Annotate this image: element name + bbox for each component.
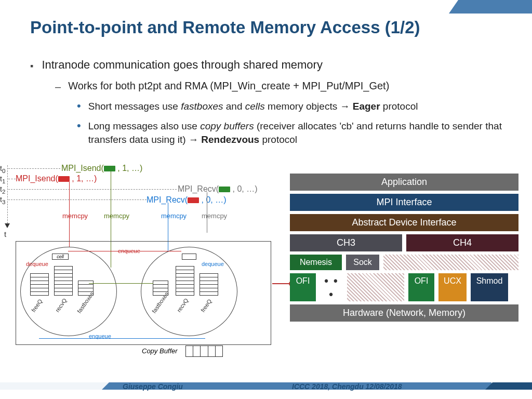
dot-marker: • bbox=[77, 100, 81, 113]
memcpy-gray: memcpy bbox=[202, 212, 227, 220]
box-ch4: CH4 bbox=[406, 234, 518, 251]
box-ofi-left: OFI bbox=[290, 273, 316, 301]
t0-line bbox=[8, 168, 60, 169]
isend-red: MPI_Isend( , 1, …) bbox=[16, 174, 97, 183]
rank1-recvQ-label: recvQ bbox=[176, 297, 190, 313]
bullet-3a-text: Short messages use fastboxes and cells m… bbox=[88, 100, 418, 113]
bullet-3b-text: Long messages also use copy buffers (rec… bbox=[88, 119, 508, 147]
box-ofi-right: OFI bbox=[408, 273, 434, 301]
page-number: 5 bbox=[518, 382, 523, 391]
bullet-list: ▪ Intranode communication goes through s… bbox=[30, 58, 508, 147]
layer-channels: CH3 CH4 bbox=[290, 234, 518, 251]
t2-label: t2 bbox=[0, 185, 5, 195]
footer-author: Giuseppe Congiu bbox=[123, 382, 183, 391]
red-vline bbox=[69, 182, 70, 249]
gray-vline bbox=[207, 192, 207, 233]
t-axis-arrow bbox=[5, 223, 10, 228]
green-fastbox-link bbox=[89, 283, 153, 284]
shared-memory-diagram: t0 t1 t2 t3 t MPI_Isend( , 1, …) MPI_Ise… bbox=[0, 165, 282, 352]
rank1-dequeue: dequeue bbox=[202, 261, 224, 267]
t3-line bbox=[8, 200, 147, 200]
layer-mpi-interface: MPI Interface bbox=[290, 194, 518, 211]
layer-netmods-lower: OFI • • • OFI UCX Shmod bbox=[290, 273, 518, 301]
bullet-3a: • Short messages use fastboxes and cells… bbox=[77, 100, 508, 113]
rank0-freeQ bbox=[30, 273, 49, 296]
rank0-dequeue: dequeue bbox=[26, 261, 48, 267]
t3-label: t3 bbox=[0, 195, 5, 205]
bullet-2-text: Works for both pt2pt and RMA (MPI_Win_cr… bbox=[68, 80, 389, 94]
rank1-recvQ bbox=[176, 266, 194, 296]
rank0-circle: cell dequeue freeQ recvQ fastboxes bbox=[20, 247, 117, 336]
rank1-freeQ bbox=[200, 273, 218, 296]
recv-blue: MPI_Recv( , 0, …) bbox=[147, 195, 227, 205]
enqueue-bot-line bbox=[39, 338, 205, 339]
recv-gray: MPI_Recv( , 0, …) bbox=[178, 184, 258, 194]
box-hatch-upper bbox=[383, 255, 518, 270]
bullet-3b: • Long messages also use copy buffers (r… bbox=[77, 119, 508, 147]
box-ucx: UCX bbox=[438, 273, 467, 301]
node-box: cell dequeue freeQ recvQ fastboxes deque… bbox=[16, 241, 271, 345]
corner-decoration bbox=[449, 0, 532, 14]
footer-conference: ICCC 2018, Chengdu 12/08/2018 bbox=[292, 382, 402, 391]
t-axis bbox=[7, 165, 8, 223]
footer-tab-right bbox=[485, 382, 532, 390]
rank1-circle: dequeue fastboxes recvQ freeQ bbox=[141, 247, 237, 336]
box-shmod: Shmod bbox=[471, 273, 508, 301]
footer-bar bbox=[0, 382, 532, 390]
t1-line bbox=[8, 179, 16, 179]
layer-adi: Abstract Device Interface bbox=[290, 214, 518, 231]
layer-hardware: Hardware (Network, Memory) bbox=[290, 304, 518, 322]
dash-marker: – bbox=[55, 80, 61, 94]
rank0-recvQ-label: recvQ bbox=[54, 297, 68, 313]
layer-netmods-upper: Nemesis Sock bbox=[290, 255, 518, 270]
box-sock: Sock bbox=[346, 255, 379, 270]
t2-line bbox=[8, 189, 177, 190]
rank0-recvQ bbox=[54, 266, 73, 296]
bullet-1-text: Intranode communication goes through sha… bbox=[42, 58, 323, 74]
copybuffer-label: Copy Buffer bbox=[142, 347, 178, 355]
box-dots: • • • bbox=[320, 273, 343, 301]
dot-marker: • bbox=[77, 119, 81, 147]
layer-application: Application bbox=[290, 174, 518, 191]
copybuffer-box bbox=[185, 345, 223, 357]
t1-label: t1 bbox=[0, 175, 5, 184]
bullet-marker: ▪ bbox=[30, 58, 33, 74]
bullet-2: – Works for both pt2pt and RMA (MPI_Win_… bbox=[55, 80, 508, 94]
box-hatch-lower bbox=[347, 273, 404, 301]
footer-tab-left bbox=[0, 382, 109, 390]
box-ch3: CH3 bbox=[290, 234, 402, 251]
isend-green: MPI_Isend( , 1, …) bbox=[61, 164, 142, 173]
box-nemesis: Nemesis bbox=[290, 255, 342, 270]
memcpy-blue: memcpy bbox=[161, 212, 187, 220]
t-axis-label: t bbox=[4, 230, 6, 238]
rank0-cell: cell bbox=[52, 254, 69, 260]
enqueue-top-line bbox=[68, 251, 181, 251]
t0-label: t0 bbox=[0, 164, 5, 174]
memcpy-green: memcpy bbox=[104, 212, 129, 220]
bullet-1: ▪ Intranode communication goes through s… bbox=[30, 58, 508, 74]
rank0-freeQ-label: freeQ bbox=[30, 298, 44, 313]
slide-title: Point-to-point and Remote Memory Access … bbox=[30, 18, 420, 37]
rank1-cell bbox=[182, 254, 196, 260]
mpi-stack: Application MPI Interface Abstract Devic… bbox=[290, 174, 518, 325]
rank1-freeQ-label: freeQ bbox=[200, 298, 213, 313]
memcpy-red: memcpy bbox=[62, 212, 88, 220]
